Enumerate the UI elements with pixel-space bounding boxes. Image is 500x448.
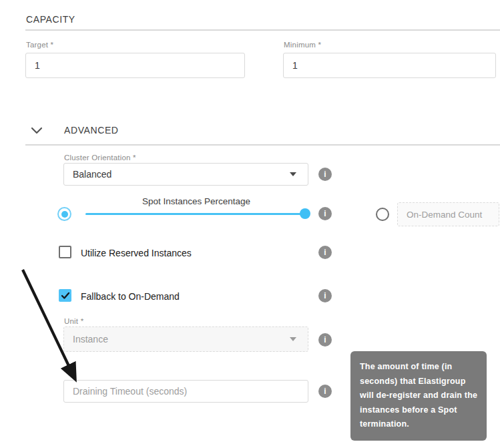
- fallback-on-demand-checkbox[interactable]: [59, 289, 71, 302]
- tooltip-line: instances before a Spot: [360, 403, 477, 418]
- spot-percentage-radio[interactable]: [57, 207, 71, 221]
- fallback-on-demand-info-icon[interactable]: i: [318, 289, 332, 302]
- dropdown-caret-icon: [290, 172, 296, 176]
- fallback-on-demand-label: Fallback to On-Demand: [81, 291, 180, 302]
- cluster-orientation-select[interactable]: Balanced: [63, 163, 308, 186]
- utilize-reserved-label: Utilize Reserved Instances: [81, 248, 192, 258]
- draining-timeout-input[interactable]: [63, 380, 308, 403]
- draining-timeout-tooltip: The amount of time (in seconds) that Ela…: [350, 351, 487, 441]
- chevron-down-icon[interactable]: [31, 126, 44, 135]
- unit-value: Instance: [73, 334, 108, 345]
- unit-label: Unit *: [64, 317, 83, 325]
- tooltip-line: will de-register and drain the: [360, 389, 477, 403]
- utilize-reserved-checkbox[interactable]: [59, 246, 71, 258]
- dropdown-caret-icon: [290, 337, 296, 341]
- cluster-orientation-info-icon[interactable]: i: [318, 168, 332, 181]
- target-input[interactable]: [25, 53, 245, 78]
- unit-info-icon[interactable]: i: [318, 333, 332, 347]
- capacity-section-title: CAPACITY: [26, 14, 75, 25]
- minimum-input[interactable]: [283, 53, 496, 78]
- radio-dot: [61, 211, 68, 218]
- utilize-reserved-info-icon[interactable]: i: [318, 246, 332, 259]
- spot-percentage-label: Spot Instances Percentage: [79, 196, 314, 206]
- tooltip-line: The amount of time (in: [360, 360, 477, 375]
- capacity-settings-page: CAPACITY Target * Minimum * ADVANCED Clu…: [0, 0, 500, 448]
- spot-percentage-slider-handle[interactable]: [300, 208, 310, 219]
- cluster-orientation-value: Balanced: [73, 169, 111, 180]
- target-label: Target *: [26, 41, 53, 49]
- tooltip-line: seconds) that Elastigroup: [360, 375, 477, 389]
- spot-percentage-slider-track[interactable]: [85, 213, 306, 215]
- capacity-divider: [25, 29, 500, 31]
- draining-timeout-info-icon[interactable]: i: [318, 385, 332, 398]
- unit-select[interactable]: Instance: [63, 326, 308, 352]
- spot-percentage-info-icon[interactable]: i: [318, 207, 332, 220]
- checkmark-icon: [61, 292, 70, 300]
- advanced-section-title: ADVANCED: [64, 125, 119, 136]
- on-demand-count-input[interactable]: [397, 202, 499, 226]
- on-demand-count-radio[interactable]: [376, 208, 389, 221]
- minimum-label: Minimum *: [284, 41, 321, 49]
- tooltip-line: termination.: [360, 417, 477, 432]
- advanced-divider: [25, 144, 500, 146]
- cluster-orientation-label: Cluster Orientation *: [64, 154, 136, 162]
